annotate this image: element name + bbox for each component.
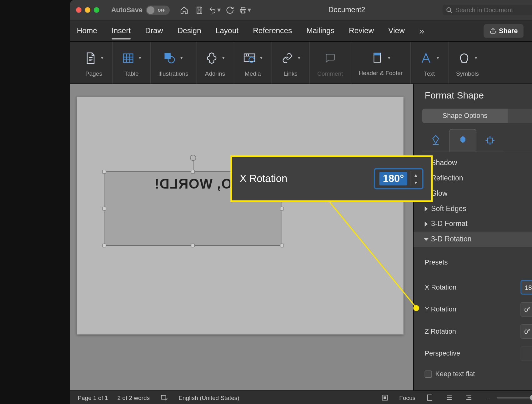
tab-home[interactable]: Home (77, 26, 97, 35)
autosave-toggle[interactable]: OFF (146, 5, 170, 15)
focus-mode-icon[interactable] (380, 392, 390, 403)
chevron-down-icon[interactable]: ▾ (297, 55, 302, 61)
tab-design[interactable]: Design (177, 26, 201, 35)
resize-handle[interactable] (280, 206, 284, 210)
chevron-down-icon[interactable]: ▾ (221, 55, 226, 61)
media-icon (242, 50, 257, 66)
effects-tab[interactable] (449, 129, 476, 152)
ribbon-group-text[interactable]: ▾ Text (411, 42, 449, 83)
stepper-up-icon[interactable]: ▲ (411, 171, 420, 179)
panel-segment-control[interactable]: Shape Options Text Options (422, 109, 532, 123)
language-indicator[interactable]: English (United States) (178, 394, 239, 401)
tab-references[interactable]: References (253, 26, 292, 35)
tab-view[interactable]: View (388, 26, 405, 35)
search-input[interactable] (455, 6, 532, 13)
perspective-input: ▲▼ (520, 346, 532, 361)
zoom-slider-thumb[interactable] (530, 395, 532, 401)
link-icon (279, 50, 295, 66)
status-bar: Page 1 of 1 2 of 2 words English (United… (70, 391, 532, 404)
z-rotation-input[interactable]: ▲▼ (520, 324, 532, 339)
ribbon-group-addins[interactable]: ▾ Add-ins (196, 42, 234, 83)
resize-handle[interactable] (191, 170, 195, 174)
home-icon[interactable] (178, 4, 190, 16)
search-box[interactable] (443, 5, 532, 15)
addins-icon (204, 50, 219, 66)
focus-label[interactable]: Focus (399, 394, 415, 401)
section-soft-edges[interactable]: Soft Edges (414, 201, 532, 216)
ribbon-group-table[interactable]: ▾ Table (113, 42, 151, 83)
share-button[interactable]: Share (484, 24, 524, 38)
stepper-down-icon[interactable]: ▼ (411, 179, 420, 186)
page-indicator[interactable]: Page 1 of 1 (78, 394, 108, 401)
chevron-down-icon[interactable]: ▾ (387, 55, 392, 61)
document-title: Document2 (254, 6, 439, 14)
ribbon-group-media[interactable]: ▾ Media (234, 42, 272, 83)
svg-rect-10 (488, 138, 493, 143)
zoom-control[interactable]: − + (483, 392, 532, 403)
zoom-window[interactable] (94, 7, 99, 13)
chevron-down-icon[interactable]: ▾ (474, 55, 479, 61)
checkbox-box[interactable] (425, 370, 432, 377)
ribbon-group-symbols[interactable]: ▾ Symbols (449, 42, 487, 83)
keep-text-flat-checkbox[interactable]: Keep text flat (425, 368, 532, 378)
view-web-layout-icon[interactable] (464, 392, 474, 403)
ribbon: ▾ Pages ▾ Table ▾ Illustrations ▾ Add-in… (70, 42, 532, 84)
callout-endpoint-dot (413, 305, 419, 311)
ribbon-group-header-footer[interactable]: ▾ Header & Footer (351, 42, 411, 83)
layout-properties-tab[interactable] (476, 129, 504, 152)
header-footer-icon (370, 50, 385, 66)
table-icon (121, 50, 136, 66)
text-options-tab[interactable]: Text Options (508, 109, 532, 123)
chevron-down-icon[interactable]: ▾ (179, 55, 184, 61)
perspective-label: Perspective (425, 350, 517, 357)
tab-draw[interactable]: Draw (145, 26, 163, 35)
tab-insert[interactable]: Insert (112, 26, 131, 35)
minimize-window[interactable] (85, 7, 91, 13)
chevron-down-icon[interactable]: ▾ (435, 55, 440, 61)
shape-options-tab[interactable]: Shape Options (422, 109, 508, 123)
view-outline-icon[interactable] (444, 392, 454, 403)
tab-mailings[interactable]: Mailings (306, 26, 334, 35)
panel-title: Format Shape (425, 90, 484, 101)
tab-review[interactable]: Review (349, 26, 374, 35)
rotation-handle[interactable] (190, 155, 196, 161)
resize-handle[interactable] (102, 244, 106, 247)
section-3d-rotation[interactable]: 3-D Rotation (414, 232, 532, 247)
z-rotation-row: Z Rotation ▲▼ ↺ ↻ (425, 324, 532, 339)
share-label: Share (499, 27, 518, 34)
y-rotation-row: Y Rotation ▲▼ ⤴ ⤵ (425, 302, 532, 316)
fill-line-tab[interactable] (422, 129, 449, 152)
word-count[interactable]: 2 of 2 words (118, 394, 150, 401)
resize-handle[interactable] (280, 244, 284, 247)
print-icon[interactable]: ▾ (239, 4, 251, 16)
spellcheck-icon[interactable] (159, 392, 169, 403)
autosave-control[interactable]: AutoSave OFF (111, 5, 170, 15)
x-rotation-input[interactable]: ▲▼ (520, 280, 532, 295)
callout-label: X Rotation (240, 173, 367, 184)
svg-rect-3 (123, 54, 133, 62)
ribbon-group-pages[interactable]: ▾ Pages (75, 42, 113, 83)
tabs-overflow-icon[interactable]: » (419, 25, 424, 36)
document-canvas[interactable]: O, WORLD! (70, 84, 413, 391)
repeat-icon[interactable] (224, 4, 236, 16)
resize-handle[interactable] (102, 206, 106, 210)
x-rotation-label: X Rotation (425, 284, 517, 291)
chevron-down-icon[interactable]: ▾ (100, 55, 105, 61)
chevron-down-icon[interactable]: ▾ (138, 55, 143, 61)
ribbon-group-links[interactable]: ▾ Links (272, 42, 310, 83)
resize-handle[interactable] (191, 244, 195, 247)
chevron-down-icon[interactable]: ▾ (259, 55, 264, 61)
view-print-layout-icon[interactable] (425, 392, 435, 403)
save-icon[interactable] (193, 4, 205, 16)
section-3d-format[interactable]: 3-D Format (414, 216, 532, 232)
y-rotation-input[interactable]: ▲▼ (520, 302, 532, 316)
symbols-icon (456, 50, 472, 66)
zoom-slider-track[interactable] (497, 396, 532, 398)
tab-layout[interactable]: Layout (216, 26, 238, 35)
svg-rect-15 (428, 395, 432, 400)
resize-handle[interactable] (102, 170, 106, 174)
zoom-out-icon[interactable]: − (483, 392, 494, 403)
ribbon-group-illustrations[interactable]: ▾ Illustrations (151, 42, 196, 83)
undo-icon[interactable]: ▾ (209, 4, 221, 16)
close-window[interactable] (76, 7, 82, 13)
